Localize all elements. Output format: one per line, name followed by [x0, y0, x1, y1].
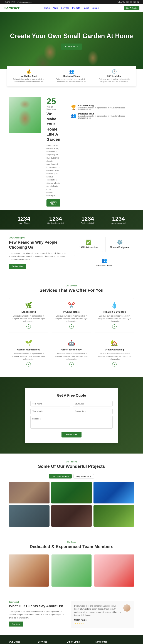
- feature-title-3: 24/7 Available: [96, 75, 132, 78]
- about-explore-button[interactable]: Explore More: [47, 200, 60, 206]
- badge-award-title: Award Winning: [78, 104, 129, 107]
- badge-award: 🏆 Award Winning Duis aute irure dolor in…: [71, 104, 129, 111]
- hero-title: Create Your Own Small Garden At Home: [10, 32, 133, 40]
- feature-title-2: Dedicated Team: [54, 75, 89, 78]
- service-more-5[interactable]: +: [69, 362, 74, 366]
- service-desc-2: Duis aute irure dolor in reprehenderit i…: [55, 314, 88, 322]
- top-bar: +01 246 4780 info@example.com Follow Us:…: [0, 0, 143, 4]
- service-more-2[interactable]: +: [69, 324, 74, 329]
- testimonial-left: Testimonial What Our Clients Say About U…: [9, 601, 65, 627]
- top-bar-right: Follow Us: f t in g: [117, 1, 139, 3]
- quote-name-input[interactable]: [30, 401, 70, 406]
- facebook-icon[interactable]: f: [126, 1, 129, 3]
- about-image: [9, 97, 41, 133]
- why-card-team: 👥 Dedicated Team: [74, 255, 134, 270]
- service-title-1: Landscaping: [12, 310, 45, 313]
- team-member-3-image: [94, 554, 134, 586]
- quote-phone-input[interactable]: [30, 408, 70, 414]
- footer-grid: Our Office 123 Street, New York, USA +01…: [9, 640, 134, 644]
- team-label: Our Team: [9, 541, 134, 543]
- tab-completed[interactable]: Completed Projects: [49, 474, 72, 478]
- footer-services: Services Landscaping Urban Gardening Gar…: [38, 640, 62, 644]
- why-left: Why Choosing Us Few Reasons Why People C…: [9, 237, 69, 270]
- stat-number-4: 1234: [111, 216, 126, 222]
- quote-row-1: [30, 401, 113, 406]
- team-title: Dedicated & Experienced Team Members: [9, 544, 134, 549]
- feature-desc-1: Duis aute irure dolor in reprehenderit i…: [11, 78, 47, 83]
- services-section: Our Services Services That We Offer For …: [0, 278, 143, 378]
- nav-pages[interactable]: Pages: [83, 7, 89, 9]
- about-img-content: [9, 97, 41, 133]
- satisfaction-icon: ✅: [77, 240, 100, 245]
- quote-box: Get A Free Quote Submit Now: [25, 388, 118, 443]
- footer-services-title: Services: [38, 640, 62, 643]
- stat-happy-clients: 1234 Happy Clients: [18, 216, 30, 224]
- about-content: 25 Year of Experience We Make Your Home …: [47, 97, 60, 206]
- badge-team-text: Dedicated Team Duis aute irure dolor in …: [78, 112, 129, 119]
- projects-grid: [9, 482, 134, 527]
- footer-quicklinks-title: Quick Links: [67, 640, 91, 643]
- testimonial-right: Dolarum sed luco sita tempor guan dallor…: [71, 601, 134, 628]
- about-badges: 🏆 Award Winning Duis aute irure dolor in…: [66, 97, 134, 126]
- testimonial-see-more-button[interactable]: See More: [9, 622, 23, 626]
- quote-submit-button[interactable]: Submit Now: [62, 432, 82, 438]
- twitter-icon[interactable]: t: [130, 1, 132, 3]
- cost-icon: 💰: [11, 69, 47, 74]
- team-grid: [9, 554, 134, 586]
- service-more-1[interactable]: +: [27, 324, 31, 329]
- why-card-equipment: ⚙️ Modern Equipment: [105, 237, 134, 252]
- team-member-2-image: [52, 554, 91, 586]
- nav-about[interactable]: About: [53, 7, 58, 9]
- award-icon: 🏆: [71, 105, 76, 110]
- quote-email-input[interactable]: [73, 401, 113, 406]
- service-desc-6: Duis aute irure dolor in reprehenderit i…: [98, 352, 131, 360]
- why-section: Why Choosing Us Few Reasons Why People C…: [0, 230, 143, 278]
- explore-button[interactable]: Explore More: [61, 44, 82, 50]
- stat-number-1: 1234: [18, 216, 30, 222]
- testimonial-label: Testimonial: [9, 601, 65, 603]
- quote-service-group: [73, 408, 113, 414]
- tab-ongoing[interactable]: Ongoing Projects: [73, 474, 94, 478]
- stat-dedicated-staff: 1234 Dedicated Staff: [81, 216, 94, 224]
- service-pruning: ✂️ Pruning plants Duis aute irure dolor …: [52, 298, 91, 332]
- top-bar-left: +01 246 4780 info@example.com: [4, 1, 32, 3]
- googleplus-icon[interactable]: g: [137, 1, 139, 3]
- why-explore-button[interactable]: Explore More: [9, 264, 26, 269]
- nav-services[interactable]: Services: [61, 7, 69, 9]
- urban-icon: 🏡: [98, 340, 131, 346]
- maintenance-icon: 🌱: [12, 340, 45, 346]
- badge-team-icon: 👥: [71, 113, 76, 118]
- footer-newsletter: Newsletter Dolor sit amet consectetur ad…: [95, 640, 134, 644]
- get-quote-button[interactable]: Get A Quote: [124, 6, 139, 10]
- service-more-6[interactable]: +: [112, 362, 116, 366]
- service-desc-1: Duis aute irure dolor in reprehenderit i…: [12, 314, 45, 322]
- follow-label: Follow Us:: [117, 1, 125, 3]
- project-image-5: [51, 505, 92, 527]
- feature-dedicated-team: 👥 Dedicated Team Duis aute irure dolor i…: [50, 66, 93, 86]
- services-grid: 🌿 Landscaping Duis aute irure dolor in r…: [9, 298, 134, 370]
- service-title-4: Garden Maintenance: [12, 348, 45, 351]
- nav-home[interactable]: Home: [44, 7, 50, 9]
- quote-phone-group: [30, 408, 70, 414]
- feature-24-7: 🕐 24/7 Available Duis aute irure dolor i…: [93, 66, 136, 86]
- quote-message-group: [30, 416, 113, 429]
- years-label: Year of Experience: [47, 106, 60, 110]
- stat-label-3: Dedicated Staff: [81, 222, 94, 224]
- service-title-5: Green Technology: [55, 348, 88, 351]
- badge-team-title: Dedicated Team: [78, 112, 129, 115]
- service-maintenance: 🌱 Garden Maintenance Duis aute irure dol…: [9, 336, 48, 370]
- email-text: info@example.com: [17, 1, 32, 3]
- service-more-3[interactable]: +: [112, 324, 116, 329]
- testimonial-desc: Lorem ipsum dolor sit amet consectetur a…: [9, 610, 65, 620]
- footer: Our Office 123 Street, New York, USA +01…: [0, 635, 143, 644]
- quote-service-input[interactable]: [73, 408, 113, 414]
- stat-award-achieved: 1234 Award Achieved: [111, 216, 126, 224]
- stat-label-1: Happy Clients: [18, 222, 30, 224]
- project-image-4: [9, 505, 50, 527]
- nav-contact[interactable]: Contact: [92, 7, 99, 9]
- linkedin-icon[interactable]: in: [133, 1, 136, 3]
- nav-projects[interactable]: Projects: [72, 7, 80, 9]
- service-more-4[interactable]: +: [27, 362, 31, 366]
- quote-message-textarea[interactable]: [30, 416, 113, 428]
- site-logo[interactable]: Gardener: [4, 6, 20, 10]
